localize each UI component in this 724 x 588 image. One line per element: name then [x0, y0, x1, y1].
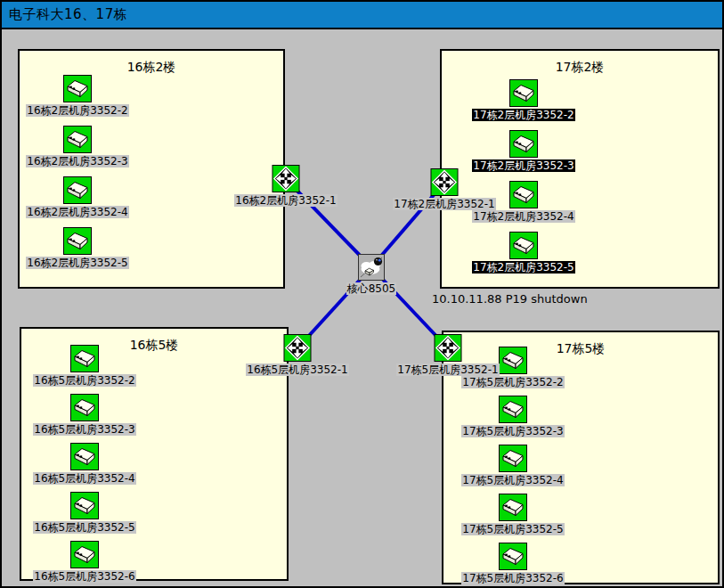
switch-node[interactable]: 16栋2层机房3352-5	[26, 227, 128, 269]
switch-icon	[499, 543, 527, 570]
switch-icon	[499, 494, 527, 521]
switch-node-label: 16栋5层机房3352-3	[33, 423, 135, 436]
switch-node-label: 17栋5层机房3352-3	[461, 425, 564, 437]
switch-node[interactable]: 17栋5层机房3352-4	[461, 445, 564, 486]
switch-icon	[63, 176, 92, 204]
switch-icon	[70, 541, 99, 568]
router-node-label: 16栋2层机房3352-1	[234, 194, 337, 207]
switch-icon	[509, 232, 538, 259]
switch-node[interactable]: 17栋2层机房3352-5	[472, 232, 574, 274]
group-title: 16栋2楼	[20, 60, 283, 76]
switch-node-label: 16栋2层机房3352-4	[26, 206, 128, 218]
switch-node-label: 16栋2层机房3352-2	[26, 104, 128, 117]
router-node[interactable]: 17栋2层机房3352-1	[391, 168, 498, 210]
router-node-label: 17栋5层机房3352-1	[396, 363, 499, 376]
switch-icon	[63, 126, 92, 153]
switch-node-label: 16栋5层机房3352-5	[33, 521, 135, 534]
router-icon	[430, 168, 459, 196]
router-icon	[283, 334, 312, 362]
core-switch-label: 核心8505	[346, 282, 397, 295]
switch-node-label: 16栋5层机房3352-6	[33, 570, 135, 583]
network-map-window: 电子科大16、17栋 16栋2楼 16栋2层机房3352-2 16栋2层机房33…	[0, 0, 724, 588]
router-icon	[272, 165, 300, 192]
switch-list: 16栋5层机房3352-2 16栋5层机房3352-3 16栋5层机房3352-…	[31, 345, 138, 583]
switch-icon	[499, 347, 527, 374]
switch-node[interactable]: 17栋5层机房3352-3	[461, 396, 564, 437]
router-node-label: 17栋2层机房3352-1	[393, 198, 495, 210]
router-node-label: 16栋5层机房3352-1	[246, 363, 348, 376]
router-node[interactable]: 17栋5层机房3352-1	[395, 334, 501, 376]
router-node[interactable]: 16栋2层机房3352-1	[232, 165, 339, 207]
switch-icon	[70, 492, 99, 519]
switch-node-label: 17栋5层机房3352-5	[461, 523, 564, 535]
switch-node-label: 17栋5层机房3352-4	[461, 474, 564, 486]
switch-icon	[70, 394, 99, 421]
switch-node-label: 16栋2层机房3352-3	[26, 155, 128, 167]
switch-node[interactable]: 17栋2层机房3352-3	[472, 130, 574, 172]
switch-node-label: 17栋5层机房3352-2	[461, 376, 564, 388]
switch-node-label: 16栋5层机房3352-4	[33, 472, 135, 485]
switch-icon	[63, 75, 92, 102]
switch-node[interactable]: 16栋2层机房3352-4	[26, 176, 128, 218]
switch-list: 17栋5层机房3352-2 17栋5层机房3352-3 17栋5层机房3352-…	[460, 347, 566, 584]
switch-icon	[70, 443, 99, 470]
switch-node-label: 16栋5层机房3352-2	[33, 374, 135, 387]
switch-icon	[509, 130, 538, 158]
core-switch-icon	[358, 254, 385, 281]
switch-node-label: 17栋2层机房3352-4	[472, 210, 574, 223]
switch-node-label: 17栋2层机房3352-2	[472, 109, 574, 121]
router-icon	[434, 334, 462, 362]
switch-icon	[509, 181, 538, 208]
switch-icon	[499, 396, 527, 423]
switch-node[interactable]: 16栋2层机房3352-2	[26, 75, 128, 117]
switch-icon	[70, 345, 99, 372]
switch-node[interactable]: 16栋5层机房3352-6	[33, 541, 135, 583]
window-title-bar: 电子科大16、17栋	[2, 2, 722, 29]
window-title: 电子科大16、17栋	[2, 6, 127, 23]
router-node[interactable]: 16栋5层机房3352-1	[244, 334, 351, 376]
status-annotation: 10.10.11.88 P19 shutdown	[432, 292, 588, 306]
switch-node-label: 16栋2层机房3352-5	[26, 257, 128, 269]
switch-icon	[499, 445, 527, 472]
switch-node[interactable]: 16栋5层机房3352-2	[33, 345, 135, 387]
switch-icon	[63, 227, 92, 255]
switch-icon	[509, 79, 538, 107]
switch-node[interactable]: 16栋2层机房3352-3	[26, 126, 128, 167]
switch-node[interactable]: 16栋5层机房3352-3	[33, 394, 135, 436]
switch-node[interactable]: 17栋5层机房3352-6	[461, 543, 564, 584]
switch-node[interactable]: 16栋5层机房3352-5	[33, 492, 135, 534]
switch-node-label: 17栋5层机房3352-6	[461, 572, 564, 584]
switch-node[interactable]: 16栋5层机房3352-4	[33, 443, 135, 485]
switch-list: 16栋2层机房3352-2 16栋2层机房3352-3 16栋2层机房3352-…	[24, 75, 131, 269]
core-switch-node[interactable]: 核心8505	[318, 254, 425, 295]
switch-node[interactable]: 17栋5层机房3352-5	[461, 494, 564, 535]
switch-node[interactable]: 17栋2层机房3352-2	[472, 79, 574, 121]
group-title: 17栋2楼	[442, 60, 718, 76]
switch-node-label: 17栋2层机房3352-5	[472, 261, 574, 274]
